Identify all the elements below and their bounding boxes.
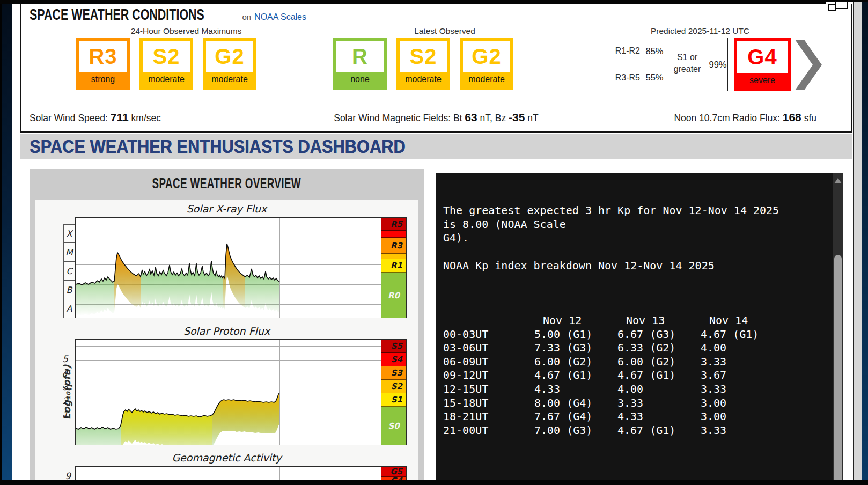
scale-level-band [381, 231, 406, 238]
mag-mid: nT, Bz [480, 113, 506, 123]
kp-cell: 5.00 (G1) [534, 328, 617, 342]
proton-plot [75, 339, 381, 445]
terminal-text: The greatest expected 3 hr Kp for Nov 12… [443, 177, 829, 482]
predicted-r1r2-label: R1-R2 [610, 46, 640, 56]
popout-window-icon[interactable] [828, 0, 851, 13]
kp-table-row: 12-15UT4.334.003.33 [443, 383, 829, 396]
page-scrollbar[interactable] [853, 0, 862, 485]
kp-cell: 3.33 [617, 396, 701, 410]
scale-level-R5: R5 [381, 218, 406, 231]
noaa-scale-box-r3: R3 strong [76, 38, 130, 90]
flare-class-letters: XMCBA [63, 224, 75, 318]
kp-cell: 4.67 (G1) [617, 424, 701, 438]
scale-severity: moderate [143, 72, 190, 87]
predicted-r3r5-label: R3-R5 [610, 73, 640, 83]
s-label-line2: greater [667, 63, 708, 75]
mag-unit: nT [527, 113, 538, 123]
proton-tick-4: 4 [62, 368, 68, 378]
terminal-line: NOAA Kp index breakdown Nov 12-Nov 14 20… [443, 259, 829, 273]
proton-tick-5: 5 [62, 354, 68, 364]
kp-cell: 3.67 [701, 369, 829, 383]
kp-cell: 7.33 (G3) [534, 341, 617, 355]
terminal-scrollbar-thumb[interactable] [834, 255, 842, 482]
scale-level-S4: S4 [381, 353, 406, 366]
overview-chart-area: Solar X-ray Flux Flare Class XMCBA R5R3R… [35, 200, 418, 485]
scale-code: G2 [463, 41, 510, 72]
kp-cell: Nov 12 [534, 314, 617, 328]
kp-index-table: Nov 12Nov 13Nov 1400-03UT5.00 (G1)6.67 (… [443, 314, 829, 437]
xray-axis: Flare Class XMCBA [35, 217, 75, 318]
kp-cell: 3.00 [701, 410, 829, 424]
kp-table-row: 00-03UT5.00 (G1)6.67 (G3)4.67 (G1) [443, 328, 829, 342]
kp-cell: 3.00 [701, 396, 829, 410]
kp-cell: 6.33 (G2) [617, 341, 701, 355]
terminal-line [443, 465, 829, 479]
kp-cell: 6.00 (G2) [534, 355, 617, 369]
scale-code: S2 [400, 41, 447, 72]
flux-value: 168 [783, 111, 801, 123]
scale-level-S5: S5 [381, 340, 406, 353]
flare-class-A: A [63, 299, 75, 318]
kp-cell: 4.67 (G1) [701, 328, 829, 342]
proton-tick-2: 2 [62, 395, 68, 406]
kp-table-row: 15-18UT8.00 (G4)3.333.00 [443, 396, 829, 410]
kp-cell: 09-12UT [443, 369, 534, 383]
kp-cell: 7.00 (G3) [534, 424, 617, 438]
noaa-scales-link[interactable]: NOAA Scales [254, 12, 306, 22]
mag-bt-value: 63 [465, 111, 477, 123]
scale-code: S2 [143, 41, 190, 72]
terminal-scrollbar[interactable] [833, 173, 843, 482]
kp-cell: 4.00 [617, 383, 701, 396]
scale-level-S1: S1 [381, 393, 406, 407]
kp-cell: 3.33 [701, 424, 829, 438]
predicted-label: Predicted 2025-11-12 UTC [614, 26, 786, 36]
scale-severity: moderate [206, 72, 253, 87]
observed24-label: 24-Hour Observed Maximums [100, 26, 272, 36]
banner-title: SPACE WEATHER CONDITIONS [30, 6, 204, 24]
kp-cell [443, 314, 534, 328]
noaa-scale-box-s2-latest: S2 moderate [396, 38, 450, 90]
latest-observed-label: Latest Observed [359, 26, 531, 36]
kp-cell: 03-06UT [443, 341, 534, 355]
predicted-r3r5-value: 55% [644, 64, 665, 91]
kp-table-row: 09-12UT4.67 (G1)4.67 (G1)3.67 [443, 369, 829, 383]
scroll-up-icon[interactable] [834, 178, 842, 183]
dashboard-title-band: SPACE WEATHER ENTHUSIASTS DASHBOARD [20, 134, 852, 159]
observed24-boxes: R3 strong S2 moderate G2 moderate [76, 38, 256, 90]
chevron-right-icon[interactable] [795, 40, 822, 90]
scale-code: R3 [79, 41, 127, 72]
proton-flux-curve [76, 340, 381, 445]
noaa-scale-box-g4: G4 severe [734, 38, 791, 91]
scale-severity: moderate [463, 72, 510, 87]
terminal-line: G4). [443, 231, 829, 245]
geomag-chart-title: Geomagnetic Activity [35, 452, 418, 464]
scale-severity: moderate [400, 72, 447, 87]
proton-tick-3: 3 [62, 381, 68, 392]
s-label-line1: S1 or [667, 52, 708, 63]
xray-r-scale: R5R3R1R0 [381, 217, 407, 318]
proton-axis-ticks: 54321 [57, 339, 71, 445]
kp-cell: 6.67 (G3) [617, 328, 701, 342]
space-weather-dashboard-page: SPACE WEATHER CONDITIONS on NOAA Scales … [0, 0, 868, 485]
kp-cell: 21-00UT [443, 424, 534, 438]
terminal-line: The greatest expected 3 hr Kp for Nov 12… [443, 204, 829, 218]
kp-cell: 8.00 (G4) [534, 396, 617, 410]
overview-title-text: SPACE WEATHER OVERVIEW [152, 175, 301, 192]
scale-level-R0: R0 [381, 273, 406, 318]
kp-cell: 12-15UT [443, 383, 534, 396]
proton-s-scale: S5S4S3S2S1S0 [381, 339, 407, 445]
scale-level-S3: S3 [381, 366, 406, 380]
predicted-s-label: S1 or greater [667, 52, 708, 75]
frame-bottom-border [0, 480, 868, 485]
proton-chart: Log₁₀(pfu) 54321 S5S4S3S2S1S0 [35, 339, 418, 445]
flare-class-B: B [63, 281, 75, 299]
kp-table-row: 06-09UT6.00 (G2)6.00 (G2)3.33 [443, 355, 829, 369]
frame-top-border [0, 0, 826, 4]
mag-bz-value: -35 [509, 111, 525, 123]
predicted-r-values: 85% 55% [644, 38, 665, 91]
kp-table-header: Nov 12Nov 13Nov 14 [443, 314, 829, 328]
space-weather-overview-panel: SPACE WEATHER OVERVIEW Solar X-ray Flux … [30, 169, 424, 485]
terminal-line: is 8.00 (NOAA Scale [443, 218, 829, 232]
kp-forecast-terminal[interactable]: The greatest expected 3 hr Kp for Nov 12… [436, 173, 843, 482]
kp-cell: 4.33 [534, 383, 617, 396]
